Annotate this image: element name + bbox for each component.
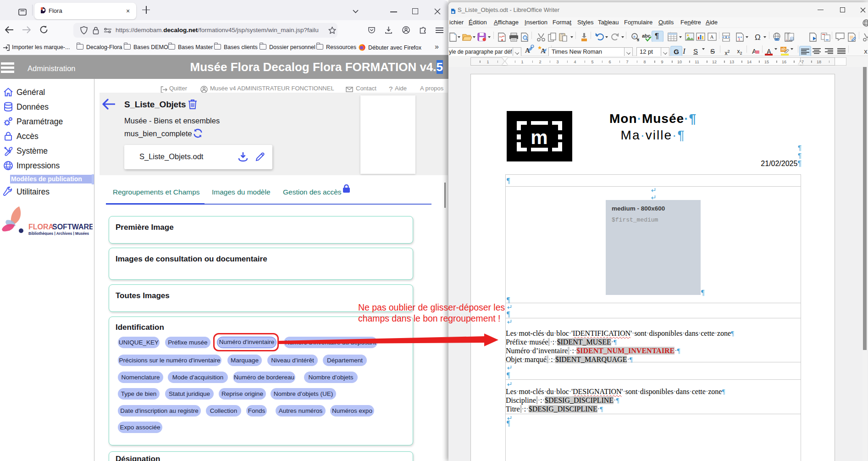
svg-text:1: 1 — [738, 37, 741, 41]
svg-text:(i): (i) — [790, 36, 794, 41]
svg-text:abc: abc — [642, 33, 651, 39]
svg-text:SOFTWARE: SOFTWARE — [52, 223, 93, 231]
svg-text:a: a — [633, 34, 636, 39]
svg-text:d: d — [637, 38, 639, 42]
svg-text:FLORA: FLORA — [28, 223, 54, 231]
svg-text:A: A — [710, 34, 714, 39]
svg-text:Ω: Ω — [755, 33, 761, 41]
svg-text:Bibliothèques | Archives | Mus: Bibliothèques | Archives | Musées — [28, 232, 89, 235]
